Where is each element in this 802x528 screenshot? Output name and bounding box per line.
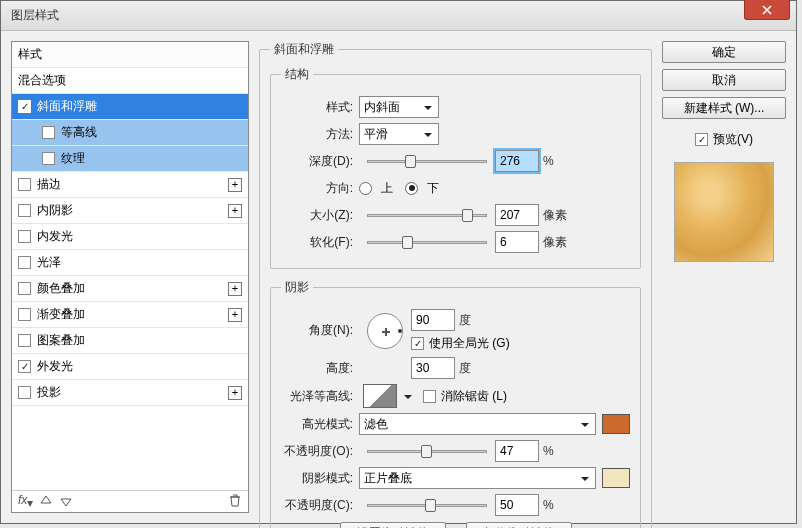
depth-unit: % (543, 154, 554, 168)
angle-input[interactable] (411, 309, 455, 331)
cancel-button[interactable]: 取消 (662, 69, 786, 91)
shadow-opacity-unit: % (543, 498, 554, 512)
sidebar-item[interactable]: 投影+ (12, 380, 248, 406)
soften-input[interactable] (495, 231, 539, 253)
method-label: 方法: (281, 126, 359, 143)
checkbox-icon[interactable] (18, 282, 31, 295)
soften-slider[interactable] (367, 233, 487, 251)
angle-label: 角度(N): (281, 322, 359, 339)
options-panel: 斜面和浮雕 结构 样式: 内斜面 方法: 平滑 深度(D): (259, 41, 652, 513)
checkbox-icon[interactable] (42, 126, 55, 139)
action-panel: 确定 取消 新建样式 (W)... 预览(V) (662, 41, 786, 513)
sidebar-item[interactable]: 混合选项 (12, 68, 248, 94)
shadow-color-swatch[interactable] (602, 468, 630, 488)
angle-dial[interactable] (367, 313, 403, 349)
checkbox-icon[interactable] (18, 178, 31, 191)
shadow-group: 阴影 角度(N): 度 使用全局光 (G) 高度: (270, 279, 641, 528)
sidebar-item-label: 颜色叠加 (37, 280, 85, 297)
structure-legend: 结构 (281, 66, 313, 83)
global-light-checkbox[interactable]: 使用全局光 (G) (411, 335, 510, 352)
contour-picker[interactable] (363, 384, 397, 408)
size-slider[interactable] (367, 206, 487, 224)
sidebar-item-label: 外发光 (37, 358, 73, 375)
add-icon[interactable]: + (228, 386, 242, 400)
ok-button[interactable]: 确定 (662, 41, 786, 63)
bevel-emboss-group: 斜面和浮雕 结构 样式: 内斜面 方法: 平滑 深度(D): (259, 41, 652, 528)
highlight-opacity-input[interactable] (495, 440, 539, 462)
sidebar-item-label: 等高线 (61, 124, 97, 141)
antialias-checkbox[interactable]: 消除锯齿 (L) (423, 388, 507, 405)
angle-unit: 度 (459, 312, 471, 329)
arrow-up-icon[interactable] (39, 494, 53, 508)
highlight-mode-select[interactable]: 滤色 (359, 413, 596, 435)
size-input[interactable] (495, 204, 539, 226)
style-select[interactable]: 内斜面 (359, 96, 439, 118)
depth-slider[interactable] (367, 152, 487, 170)
sidebar-item[interactable]: 光泽 (12, 250, 248, 276)
altitude-unit: 度 (459, 360, 471, 377)
sidebar-item[interactable]: 图案叠加 (12, 328, 248, 354)
sidebar-item-label: 纹理 (61, 150, 85, 167)
depth-input[interactable] (495, 150, 539, 172)
shadow-mode-select[interactable]: 正片叠底 (359, 467, 596, 489)
highlight-mode-label: 高光模式: (281, 416, 359, 433)
checkbox-icon[interactable] (18, 386, 31, 399)
effects-sidebar: 样式混合选项斜面和浮雕等高线纹理描边+内阴影+内发光光泽颜色叠加+渐变叠加+图案… (11, 41, 249, 513)
new-style-button[interactable]: 新建样式 (W)... (662, 97, 786, 119)
checkbox-icon[interactable] (18, 100, 31, 113)
sidebar-item-label: 投影 (37, 384, 61, 401)
sidebar-item[interactable]: 渐变叠加+ (12, 302, 248, 328)
sidebar-item-label: 渐变叠加 (37, 306, 85, 323)
shadow-legend: 阴影 (281, 279, 313, 296)
add-icon[interactable]: + (228, 178, 242, 192)
highlight-opacity-label: 不透明度(O): (281, 443, 359, 460)
shadow-opacity-input[interactable] (495, 494, 539, 516)
sidebar-footer: fx▾ (12, 490, 248, 512)
window-title: 图层样式 (11, 7, 59, 24)
add-icon[interactable]: + (228, 308, 242, 322)
sidebar-header: 样式 (12, 42, 248, 68)
sidebar-item[interactable]: 外发光 (12, 354, 248, 380)
checkbox-icon[interactable] (18, 230, 31, 243)
trash-icon[interactable] (228, 493, 242, 507)
method-select[interactable]: 平滑 (359, 123, 439, 145)
close-button[interactable] (744, 0, 790, 20)
checkbox-icon[interactable] (18, 334, 31, 347)
sidebar-item[interactable]: 斜面和浮雕 (12, 94, 248, 120)
sidebar-item[interactable]: 等高线 (12, 120, 248, 146)
arrow-down-icon[interactable] (59, 494, 73, 508)
checkbox-icon[interactable] (18, 256, 31, 269)
checkbox-icon[interactable] (18, 308, 31, 321)
style-label: 样式: (281, 99, 359, 116)
direction-down-radio[interactable]: 下 (405, 180, 439, 197)
contour-label: 光泽等高线: (281, 388, 359, 405)
preview-swatch (674, 162, 774, 262)
soften-unit: 像素 (543, 234, 567, 251)
altitude-input[interactable] (411, 357, 455, 379)
structure-group: 结构 样式: 内斜面 方法: 平滑 深度(D): % (270, 66, 641, 269)
sidebar-item[interactable]: 纹理 (12, 146, 248, 172)
preview-checkbox[interactable]: 预览(V) (662, 131, 786, 148)
size-label: 大小(Z): (281, 207, 359, 224)
set-default-button[interactable]: 设置为默认值 (340, 522, 446, 528)
layer-style-dialog: 图层样式 样式混合选项斜面和浮雕等高线纹理描边+内阴影+内发光光泽颜色叠加+渐变… (0, 0, 797, 524)
depth-label: 深度(D): (281, 153, 359, 170)
add-icon[interactable]: + (228, 204, 242, 218)
sidebar-item[interactable]: 内发光 (12, 224, 248, 250)
direction-up-radio[interactable]: 上 (359, 180, 393, 197)
checkbox-icon[interactable] (18, 360, 31, 373)
highlight-color-swatch[interactable] (602, 414, 630, 434)
sidebar-item[interactable]: 内阴影+ (12, 198, 248, 224)
highlight-opacity-slider[interactable] (367, 442, 487, 460)
shadow-opacity-slider[interactable] (367, 496, 487, 514)
titlebar[interactable]: 图层样式 (1, 1, 796, 31)
checkbox-icon[interactable] (18, 204, 31, 217)
fx-icon[interactable]: fx▾ (18, 493, 33, 510)
sidebar-item[interactable]: 描边+ (12, 172, 248, 198)
sidebar-item[interactable]: 颜色叠加+ (12, 276, 248, 302)
sidebar-item-label: 光泽 (37, 254, 61, 271)
sidebar-item-label: 内阴影 (37, 202, 73, 219)
checkbox-icon[interactable] (42, 152, 55, 165)
add-icon[interactable]: + (228, 282, 242, 296)
reset-default-button[interactable]: 复位为默认值 (466, 522, 572, 528)
